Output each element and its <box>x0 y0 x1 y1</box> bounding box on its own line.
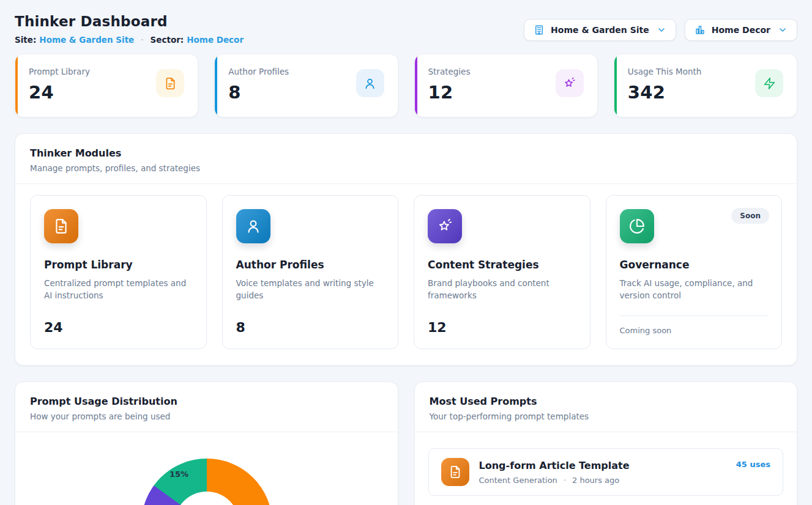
module-description: Centralized prompt templates and AI inst… <box>44 277 193 302</box>
prompt-uses-badge: 45 uses <box>736 460 770 469</box>
stat-card-usage: Usage This Month 342 <box>614 54 797 117</box>
prompt-time: 2 hours ago <box>572 476 619 485</box>
building-icon <box>534 24 545 35</box>
chevron-down-icon <box>657 25 666 35</box>
document-icon <box>156 69 184 97</box>
stat-label: Usage This Month <box>628 67 702 76</box>
module-title: Prompt Library <box>44 259 193 271</box>
site-selector-value: Home & Garden Site <box>551 25 649 35</box>
usage-panel-title: Prompt Usage Distribution <box>30 396 383 407</box>
chevron-down-icon <box>778 25 788 35</box>
sparkle-star-icon <box>556 69 584 97</box>
usage-panel-subtitle: How your prompts are being used <box>30 411 383 421</box>
module-card-governance[interactable]: Soon Governance Track AI usage, complian… <box>606 195 783 349</box>
stats-row: Prompt Library 24 Author Profiles 8 Stra… <box>15 54 797 117</box>
donut-segment-label: 15% <box>169 470 188 479</box>
prompts-panel-header: Most Used Prompts Your top-performing pr… <box>415 382 797 432</box>
stat-value: 12 <box>428 82 471 103</box>
module-card-content-strategies[interactable]: Content Strategies Brand playbooks and c… <box>414 195 590 349</box>
lightning-icon <box>755 69 783 97</box>
bottom-row: Prompt Usage Distribution How your promp… <box>15 382 797 505</box>
dashboard-page: Thinker Dashboard Site: Home & Garden Si… <box>0 0 812 505</box>
document-icon <box>441 458 469 486</box>
stat-card-strategies: Strategies 12 <box>414 54 598 117</box>
module-title: Content Strategies <box>428 259 576 271</box>
usage-panel-header: Prompt Usage Distribution How your promp… <box>15 382 398 432</box>
module-title: Governance <box>620 259 769 271</box>
prompt-usage-panel: Prompt Usage Distribution How your promp… <box>15 382 398 505</box>
header-left: Thinker Dashboard Site: Home & Garden Si… <box>15 13 244 45</box>
stat-label: Author Profiles <box>228 67 289 76</box>
site-link[interactable]: Home & Garden Site <box>39 35 134 45</box>
module-title: Author Profiles <box>236 259 385 271</box>
sector-link[interactable]: Home Decor <box>187 35 244 45</box>
usage-donut <box>141 459 272 505</box>
module-description: Voice templates and writing style guides <box>236 277 385 302</box>
bar-chart-icon <box>695 24 706 35</box>
prompt-meta: Content Generation · 2 hours ago <box>479 476 630 485</box>
most-used-prompts-panel: Most Used Prompts Your top-performing pr… <box>414 382 798 505</box>
meta-separator: · <box>564 476 566 485</box>
module-count: 12 <box>428 320 576 335</box>
modules-panel-header: Thinker Modules Manage prompts, profiles… <box>15 134 797 184</box>
sector-selector-dropdown[interactable]: Home Decor <box>685 19 797 41</box>
stat-value: 342 <box>628 82 702 103</box>
pie-chart-icon <box>620 209 654 243</box>
module-description: Brand playbooks and content frameworks <box>428 277 576 302</box>
thinker-modules-panel: Thinker Modules Manage prompts, profiles… <box>15 133 797 366</box>
document-icon <box>44 209 78 243</box>
prompts-panel-subtitle: Your top-performing prompt templates <box>430 411 783 421</box>
page-title: Thinker Dashboard <box>15 13 244 29</box>
stat-value: 8 <box>228 82 289 103</box>
module-count: 8 <box>236 320 385 335</box>
module-card-author-profiles[interactable]: Author Profiles Voice templates and writ… <box>222 195 399 349</box>
coming-soon-note: Coming soon <box>620 315 769 335</box>
site-selector-dropdown[interactable]: Home & Garden Site <box>524 19 676 41</box>
person-icon <box>236 209 270 243</box>
prompts-panel-title: Most Used Prompts <box>430 396 783 407</box>
breadcrumb-separator: · <box>141 35 143 45</box>
stat-card-prompt-library: Prompt Library 24 <box>15 54 198 117</box>
modules-panel-title: Thinker Modules <box>30 147 782 159</box>
modules-panel-subtitle: Manage prompts, profiles, and strategies <box>30 163 782 173</box>
breadcrumb: Site: Home & Garden Site · Sector: Home … <box>15 35 244 45</box>
stat-label: Prompt Library <box>29 67 90 76</box>
module-count: 24 <box>44 320 193 335</box>
prompt-list-item[interactable]: Long-form Article Template Content Gener… <box>428 448 784 496</box>
modules-grid: Prompt Library Centralized prompt templa… <box>15 184 797 365</box>
site-label: Site: <box>15 35 36 45</box>
stat-label: Strategies <box>428 67 471 76</box>
sector-label: Sector: <box>151 35 184 45</box>
person-icon <box>356 69 384 97</box>
stat-value: 24 <box>29 82 90 103</box>
soon-badge: Soon <box>731 208 769 224</box>
sparkle-star-icon <box>428 209 462 243</box>
prompt-category: Content Generation <box>479 476 557 485</box>
module-description: Track AI usage, compliance, and version … <box>620 277 769 302</box>
header-controls: Home & Garden Site Home Decor <box>524 19 797 41</box>
stat-card-author-profiles: Author Profiles 8 <box>214 54 398 117</box>
prompt-title: Long-form Article Template <box>479 460 630 471</box>
module-card-prompt-library[interactable]: Prompt Library Centralized prompt templa… <box>30 195 207 349</box>
sector-selector-value: Home Decor <box>712 25 770 35</box>
page-header: Thinker Dashboard Site: Home & Garden Si… <box>15 0 797 45</box>
